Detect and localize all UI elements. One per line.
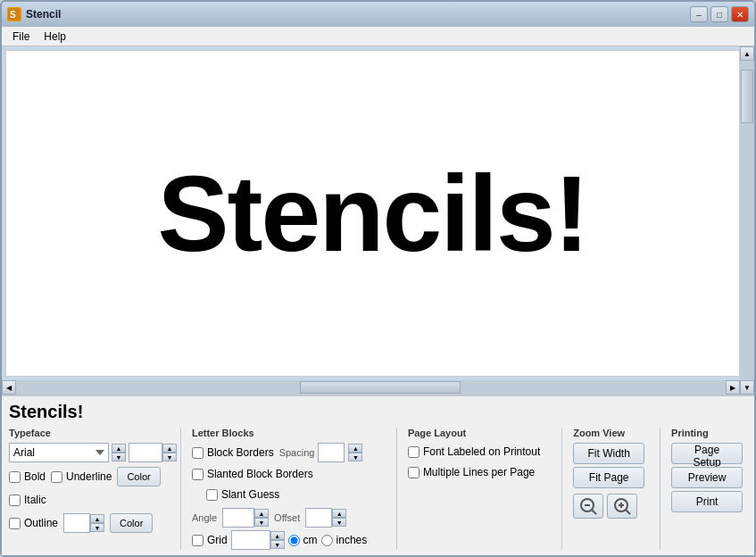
cm-row: cm bbox=[288, 534, 318, 546]
divider-4 bbox=[660, 428, 660, 550]
preview-button[interactable]: Preview bbox=[671, 467, 743, 488]
zoom-label: Zoom View bbox=[573, 428, 649, 438]
font-size-spin-down[interactable]: ▼ bbox=[162, 453, 177, 461]
italic-checkbox[interactable] bbox=[9, 495, 21, 506]
divider-3 bbox=[561, 428, 562, 550]
spacing-spin-up[interactable]: ▲ bbox=[348, 444, 362, 453]
inches-label: inches bbox=[336, 534, 368, 546]
angle-spin-down[interactable]: ▼ bbox=[254, 518, 269, 527]
scroll-v-thumb[interactable] bbox=[741, 70, 753, 123]
grid-spin-down[interactable]: ▼ bbox=[270, 540, 285, 549]
page-setup-button[interactable]: Page Setup bbox=[671, 443, 743, 464]
menu-help[interactable]: Help bbox=[37, 29, 73, 45]
scroll-h-thumb[interactable] bbox=[300, 381, 461, 394]
outline-checkbox[interactable] bbox=[9, 518, 21, 529]
bold-label: Bold bbox=[24, 470, 46, 483]
printing-group: Printing Page Setup Preview Print bbox=[671, 428, 747, 512]
slanted-label: Slanted Block Borders bbox=[207, 468, 313, 480]
offset-input[interactable]: 0 bbox=[305, 508, 332, 528]
offset-spin-up[interactable]: ▲ bbox=[332, 509, 346, 518]
outline-size-input[interactable]: 1 bbox=[63, 513, 90, 533]
grid-value-row: 1.000 ▲ ▼ bbox=[231, 530, 285, 550]
minimize-button[interactable]: – bbox=[690, 6, 708, 22]
paper: Stencils! bbox=[5, 50, 740, 377]
grid-checkbox[interactable] bbox=[192, 535, 204, 546]
underline-checkbox[interactable] bbox=[51, 471, 62, 483]
block-borders-checkbox[interactable] bbox=[192, 447, 204, 459]
italic-label: Italic bbox=[24, 494, 46, 506]
title-buttons: – □ ✕ bbox=[690, 6, 749, 22]
angle-row: 0.0 ▲ ▼ bbox=[222, 508, 269, 528]
zoom-out-button[interactable] bbox=[573, 494, 603, 519]
outline-spin-down[interactable]: ▼ bbox=[90, 523, 104, 532]
font-labeled-row: Font Labeled on Printout bbox=[408, 443, 551, 461]
page-layout-group: Page Layout Font Labeled on Printout Mul… bbox=[408, 428, 551, 481]
scroll-v-track[interactable] bbox=[740, 61, 754, 380]
bold-row: Bold bbox=[9, 468, 46, 486]
fit-page-button[interactable]: Fit Page bbox=[573, 467, 644, 488]
svg-line-6 bbox=[626, 510, 630, 514]
zoom-buttons: Fit Width Fit Page bbox=[573, 443, 649, 488]
underline-row: Underline bbox=[51, 468, 112, 486]
scroll-up-button[interactable]: ▲ bbox=[740, 46, 754, 61]
zoom-in-button[interactable] bbox=[607, 494, 637, 519]
inches-radio[interactable] bbox=[321, 535, 333, 546]
angle-input[interactable]: 0.0 bbox=[222, 508, 254, 528]
divider-2 bbox=[396, 428, 397, 550]
grid-checkbox-row: Grid bbox=[192, 531, 228, 549]
angle-label: Angle bbox=[192, 512, 217, 523]
typeface-label: Typeface bbox=[9, 428, 170, 438]
slanted-checkbox[interactable] bbox=[192, 469, 204, 480]
spacing-spin-down[interactable]: ▼ bbox=[348, 453, 362, 461]
bottom-title: Stencils! bbox=[9, 402, 747, 422]
app-icon: S bbox=[7, 7, 21, 21]
bold-checkbox[interactable] bbox=[9, 471, 21, 483]
grid-row: Grid 1.000 ▲ ▼ cm bbox=[192, 530, 386, 550]
close-button[interactable]: ✕ bbox=[731, 6, 749, 22]
main-window: S Stencil – □ ✕ File Help Stencils! ◀ bbox=[0, 0, 756, 557]
title-bar: S Stencil – □ ✕ bbox=[2, 2, 754, 27]
grid-spin-up[interactable]: ▲ bbox=[270, 531, 285, 540]
font-color-button[interactable]: Color bbox=[117, 467, 160, 486]
menu-file[interactable]: File bbox=[5, 29, 37, 45]
multiple-lines-checkbox[interactable] bbox=[408, 467, 420, 478]
slanted-row: Slanted Block Borders bbox=[192, 465, 386, 483]
font-size-row: 128 ▲ ▼ bbox=[129, 443, 177, 462]
font-size-spin-up[interactable]: ▲ bbox=[162, 444, 177, 453]
slant-guess-label: Slant Guess bbox=[221, 488, 279, 501]
outline-spin-up[interactable]: ▲ bbox=[90, 514, 104, 523]
font-size-input[interactable]: 128 bbox=[129, 443, 162, 462]
typeface-group: Typeface Arial Times New Roman Courier N… bbox=[9, 428, 170, 533]
typeface-select-row: Arial Times New Roman Courier New ▲ ▼ 12… bbox=[9, 443, 170, 462]
typeface-spin-down[interactable]: ▼ bbox=[112, 453, 126, 461]
letter-blocks-label: Letter Blocks bbox=[192, 428, 386, 438]
title-bar-left: S Stencil bbox=[7, 7, 61, 21]
grid-label: Grid bbox=[207, 534, 228, 546]
divider-1 bbox=[180, 428, 181, 550]
underline-label: Underline bbox=[66, 470, 112, 483]
multiple-lines-row: Multiple Lines per Page bbox=[408, 463, 551, 481]
block-borders-label: Block Borders bbox=[207, 446, 274, 459]
letter-blocks-group: Letter Blocks Block Borders Spacing 0 ▲ … bbox=[192, 428, 386, 550]
font-labeled-label: Font Labeled on Printout bbox=[423, 445, 540, 458]
fit-width-button[interactable]: Fit Width bbox=[573, 443, 644, 464]
slant-guess-checkbox[interactable] bbox=[206, 489, 218, 501]
maximize-button[interactable]: □ bbox=[710, 6, 728, 22]
typeface-spin-up[interactable]: ▲ bbox=[112, 444, 126, 453]
scroll-down-button[interactable]: ▼ bbox=[740, 380, 754, 395]
spacing-input[interactable]: 0 bbox=[318, 443, 345, 462]
angle-spin-up[interactable]: ▲ bbox=[254, 509, 269, 518]
scroll-left-button[interactable]: ◀ bbox=[2, 380, 16, 395]
offset-spinner: ▲ ▼ bbox=[332, 509, 346, 527]
offset-spin-down[interactable]: ▼ bbox=[332, 518, 346, 527]
scroll-h-track[interactable] bbox=[16, 380, 726, 395]
outline-color-button[interactable]: Color bbox=[110, 513, 153, 533]
scroll-right-button[interactable]: ▶ bbox=[726, 380, 740, 395]
zoom-group: Zoom View Fit Width Fit Page bbox=[573, 428, 649, 519]
font-labeled-checkbox[interactable] bbox=[408, 446, 420, 458]
print-button[interactable]: Print bbox=[671, 491, 743, 512]
vertical-scrollbar: ▲ ▼ bbox=[740, 46, 754, 395]
cm-radio[interactable] bbox=[288, 535, 300, 546]
typeface-select[interactable]: Arial Times New Roman Courier New bbox=[9, 443, 109, 462]
grid-input[interactable]: 1.000 bbox=[231, 530, 270, 550]
